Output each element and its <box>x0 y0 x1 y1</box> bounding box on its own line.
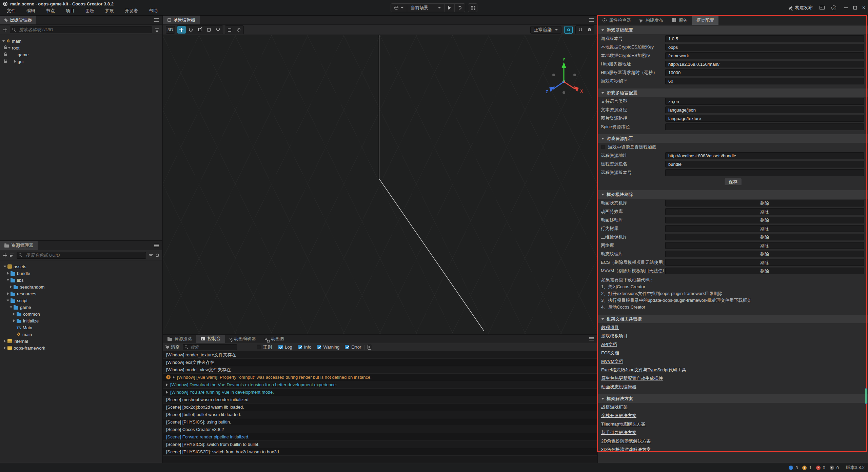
field-input[interactable]: http://localhost:8083/assets/bundle <box>665 152 864 159</box>
menu-item[interactable]: 文件 <box>1 7 21 15</box>
play-button[interactable] <box>445 4 455 12</box>
tree-node[interactable]: seedrandom <box>0 283 162 290</box>
checkbox-checked-icon[interactable] <box>278 345 283 349</box>
remove-module-button[interactable]: 剔除 <box>665 200 864 206</box>
section-header-language[interactable]: 游戏多语言配置 <box>598 88 868 97</box>
lock-icon[interactable] <box>4 47 7 49</box>
warning-count-icon[interactable] <box>802 466 807 470</box>
doc-link[interactable]: Excel格式转Json文件与TypeScript代码工具 <box>601 366 686 374</box>
rect-tool-button[interactable] <box>205 26 213 34</box>
tree-node[interactable]: game <box>0 51 162 58</box>
snap-tool-button[interactable] <box>225 26 234 34</box>
log-filter-checkbox[interactable]: Error <box>345 345 361 350</box>
doc-link[interactable]: MVVM文档 <box>601 357 623 366</box>
tab-hierarchy[interactable]: 层级管理器 <box>0 16 36 24</box>
expand-chevron-icon[interactable] <box>173 376 175 379</box>
scene-gizmo-visibility-button[interactable] <box>576 26 585 34</box>
field-input[interactable]: oops <box>665 44 864 51</box>
scene-light-toggle[interactable] <box>564 26 573 34</box>
solution-link[interactable]: 新手引导解决方案 <box>601 428 636 437</box>
tree-node[interactable]: oops-framework <box>0 345 162 351</box>
expander-icon[interactable] <box>8 47 11 49</box>
section-header-docs[interactable]: 框架文档工具链接 <box>598 315 868 323</box>
log-row[interactable]: [Scene] [PHYSICS]: switch from builtin t… <box>163 441 597 448</box>
rotate-tool-button[interactable] <box>186 26 195 34</box>
filter-icon[interactable] <box>149 254 153 255</box>
scene-select[interactable]: 当前场景 <box>407 4 445 12</box>
lock-icon[interactable] <box>4 54 7 56</box>
tree-node[interactable]: script <box>0 297 162 304</box>
lock-icon[interactable] <box>4 61 7 63</box>
expander-icon[interactable] <box>10 286 12 288</box>
task-count-icon[interactable] <box>830 466 834 470</box>
save-button[interactable]: 保存 <box>724 178 742 185</box>
doc-link[interactable]: 教程项目 <box>601 323 619 332</box>
tab-console[interactable]: 控制台 <box>196 335 225 343</box>
expander-icon[interactable] <box>14 60 16 63</box>
preview-device-button[interactable] <box>391 4 407 12</box>
field-input[interactable]: framework <box>665 52 864 59</box>
doc-link[interactable]: 动画状态机编辑器 <box>601 382 636 391</box>
section-header-solutions[interactable]: 框架解决方案 <box>598 394 868 403</box>
expander-icon[interactable] <box>7 272 9 275</box>
scrollbar-thumb[interactable] <box>865 388 867 404</box>
clear-console-button[interactable]: 清空 <box>166 344 180 350</box>
log-row[interactable]: [Window] render_texture文件夹存在 <box>163 351 597 359</box>
tab-assets[interactable]: 资源管理器 <box>0 241 38 250</box>
log-row[interactable]: [Window] ecs文件夹存在 <box>163 359 597 366</box>
log-row[interactable]: [Scene] [PHYSICS]: using builtin. <box>163 418 597 426</box>
sort-icon[interactable] <box>10 254 14 254</box>
log-filter-checkbox[interactable]: Info <box>298 345 312 350</box>
doc-link[interactable]: 原生包热更新配置自动生成插件 <box>601 374 663 382</box>
tree-node[interactable]: internal <box>0 338 162 345</box>
expander-icon[interactable] <box>10 307 13 308</box>
log-row[interactable]: [Scene] [PHYSICS2D]: switch from box2d-w… <box>163 448 597 456</box>
field-input[interactable]: language/json <box>665 106 864 113</box>
refresh-icon[interactable] <box>156 254 159 257</box>
checkbox-checked-icon[interactable] <box>317 345 321 349</box>
layout-button[interactable] <box>468 3 477 12</box>
scene-viewport[interactable]: Y X Z <box>163 35 597 334</box>
render-mode-select[interactable]: 正常渲染 <box>530 26 561 34</box>
regex-checkbox[interactable]: 正则 <box>257 344 272 350</box>
tab-services[interactable]: 服务 <box>668 16 692 25</box>
log-filter-checkbox[interactable]: Warning <box>317 345 339 350</box>
expander-icon[interactable] <box>13 319 15 322</box>
doc-link[interactable]: 游戏模板项目 <box>601 332 628 340</box>
error-count-icon[interactable] <box>816 466 821 470</box>
tree-node[interactable]: Main <box>0 324 162 331</box>
info-count-icon[interactable] <box>789 466 793 470</box>
checkbox-icon[interactable] <box>257 345 261 349</box>
expand-chevron-icon[interactable] <box>166 383 168 386</box>
checkbox-icon[interactable] <box>601 145 605 149</box>
solution-link[interactable]: 战棋游戏框架 <box>601 403 628 411</box>
tab-scene-editor[interactable]: 场景编辑器 <box>163 16 200 24</box>
tree-node[interactable]: resources <box>0 290 162 297</box>
scene-settings-button[interactable] <box>585 26 594 34</box>
remove-module-button[interactable]: 剔除 <box>665 259 864 266</box>
section-header-resources[interactable]: 游戏资源配置 <box>598 134 868 143</box>
panel-menu-icon[interactable] <box>154 245 159 246</box>
create-asset-button[interactable] <box>3 253 7 257</box>
tab-framework-config[interactable]: 框架配置 <box>692 16 718 25</box>
tree-node[interactable]: common <box>0 311 162 317</box>
tab-inspector[interactable]: 属性检查器 <box>598 16 635 25</box>
restart-button[interactable] <box>455 4 465 12</box>
tree-node[interactable]: root <box>0 44 162 51</box>
log-row[interactable]: [Scene] [box2d]:box2d wasm lib loaded. <box>163 404 597 411</box>
tree-node[interactable]: libs <box>0 277 162 283</box>
tree-node[interactable]: assets <box>0 263 162 270</box>
remove-module-button[interactable]: 剔除 <box>665 217 864 223</box>
screenshot-icon[interactable] <box>820 6 825 10</box>
panel-menu-icon[interactable] <box>589 338 594 339</box>
maximize-button[interactable] <box>853 6 857 9</box>
console-search-input[interactable] <box>183 344 237 350</box>
log-row[interactable]: [Scene] meshopt wasm decoder initialized <box>163 396 597 404</box>
menu-item[interactable]: 开发者 <box>119 7 143 15</box>
menu-item[interactable]: 项目 <box>60 7 80 15</box>
remove-module-button[interactable]: 剔除 <box>665 234 864 240</box>
panel-menu-icon[interactable] <box>154 20 159 20</box>
build-publish-button[interactable]: 构建发布 <box>789 5 813 11</box>
menu-item[interactable]: 扩展 <box>100 7 119 15</box>
help-icon[interactable] <box>831 5 836 10</box>
